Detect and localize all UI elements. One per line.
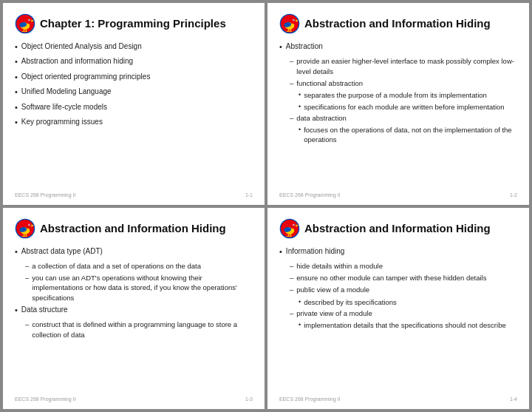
bullet-text: Unified Modeling Language — [21, 87, 112, 98]
bullet-text: construct that is defined within a progr… — [32, 320, 253, 340]
slide-1: Chapter 1: Programming PrinciplesObject … — [3, 3, 265, 205]
footer-right: 1-2 — [510, 192, 517, 197]
bullet-item: you can use an ADT's operations without … — [25, 273, 253, 303]
bullet-text: Abstraction and information hiding — [21, 56, 133, 67]
slide-header: Abstraction and Information Hiding — [279, 218, 517, 239]
svg-point-27 — [290, 18, 296, 24]
bullet-item: construct that is defined within a progr… — [25, 320, 253, 340]
slide-title: Abstraction and Information Hiding — [40, 222, 226, 235]
slide-content: Abstractionprovide an easier higher-leve… — [279, 41, 517, 188]
bullet-item: focuses on the operations of data, not o… — [299, 125, 517, 145]
bullet-item: a collection of data and a set of operat… — [25, 261, 253, 271]
bullet-item: data abstraction — [290, 113, 517, 123]
bullet-text: Key programming issues — [21, 117, 103, 128]
svg-point-18 — [29, 19, 30, 20]
bullet-text: implementation details that the specific… — [304, 320, 506, 330]
svg-point-54 — [293, 224, 294, 225]
slide-2: Abstraction and Information HidingAbstra… — [267, 3, 529, 205]
slide-title: Chapter 1: Programming Principles — [40, 17, 226, 30]
slide-header: Abstraction and Information Hiding — [15, 218, 253, 239]
bullet-text: hide details within a module — [296, 261, 383, 271]
bullet-item: Information hiding — [279, 246, 517, 257]
svg-rect-45 — [26, 234, 27, 236]
bullet-item: provide an easier higher-level interface… — [290, 56, 517, 76]
bullet-text: Software life-cycle models — [21, 102, 107, 113]
ku-logo-icon — [279, 218, 300, 239]
svg-rect-21 — [26, 29, 27, 31]
slide-content: Information hidinghide details within a … — [279, 246, 517, 393]
bullet-item: separates the purpose of a module from i… — [299, 90, 517, 100]
svg-rect-32 — [288, 29, 289, 31]
footer-right: 1-1 — [245, 192, 253, 197]
svg-rect-58 — [287, 235, 290, 236]
bullet-text: a collection of data and a set of operat… — [32, 261, 201, 271]
bullet-text: Object Oriented Analysis and Design — [21, 41, 142, 53]
bullet-text: Object oriented programming principles — [21, 72, 151, 83]
svg-rect-34 — [287, 31, 290, 32]
svg-point-15 — [25, 18, 31, 24]
bullet-item: Abstract data type (ADT) — [15, 246, 253, 257]
bullet-text: ensure no other module can tamper with t… — [296, 273, 486, 283]
slide-content: Abstract data type (ADT)a collection of … — [15, 246, 253, 393]
bullet-item: Key programming issues — [15, 117, 253, 128]
svg-rect-35 — [289, 31, 292, 32]
slide-footer: EECS 268 Programming II1-1 — [15, 192, 253, 197]
bullet-item: Abstraction and information hiding — [15, 56, 253, 67]
bullet-item: public view of a module — [290, 285, 517, 294]
svg-point-51 — [290, 222, 296, 228]
svg-rect-57 — [290, 234, 291, 236]
slide-4: Abstraction and Information HidingInform… — [267, 208, 529, 410]
bullet-item: implementation details that the specific… — [299, 320, 517, 330]
bullet-item: ensure no other module can tamper with t… — [290, 273, 517, 283]
bullet-text: data abstraction — [296, 113, 347, 123]
svg-rect-33 — [290, 29, 291, 31]
bullet-item: Object Oriented Analysis and Design — [15, 41, 253, 53]
svg-point-42 — [29, 224, 30, 225]
svg-rect-56 — [288, 234, 289, 236]
bullet-item: functional abstraction — [290, 78, 517, 88]
ku-logo-icon — [15, 13, 35, 34]
bullet-text: specifications for each module are writt… — [304, 102, 504, 112]
slide-header: Abstraction and Information Hiding — [279, 13, 517, 34]
bullet-text: separates the purpose of a module from i… — [304, 90, 487, 100]
footer-left: EECS 268 Programming II — [279, 396, 340, 402]
bullet-text: focuses on the operations of data, not o… — [304, 125, 517, 145]
bullet-text: Data structure — [21, 305, 68, 316]
bullet-item: described by its specifications — [299, 297, 517, 307]
bullet-text: described by its specifications — [304, 297, 397, 307]
svg-rect-22 — [22, 31, 25, 32]
footer-right: 1-4 — [510, 396, 517, 402]
bullet-item: Unified Modeling Language — [15, 87, 253, 98]
bullet-text: functional abstraction — [296, 78, 363, 88]
bullet-text: provide an easier higher-level interface… — [296, 56, 517, 76]
bullet-text: you can use an ADT's operations without … — [32, 273, 253, 303]
bullet-text: private view of a module — [296, 308, 372, 318]
bullet-item: Data structure — [15, 305, 253, 316]
slide-header: Chapter 1: Programming Principles — [15, 13, 253, 34]
svg-rect-47 — [24, 235, 27, 236]
bullet-item: private view of a module — [290, 308, 517, 318]
bullet-item: hide details within a module — [290, 261, 517, 271]
bullet-item: specifications for each module are writt… — [299, 102, 517, 112]
svg-point-39 — [25, 222, 31, 228]
ku-logo-icon — [279, 13, 300, 34]
bullet-text: Abstraction — [286, 41, 323, 53]
footer-right: 1-3 — [245, 396, 253, 402]
svg-rect-44 — [24, 234, 24, 236]
bullet-item: Object oriented programming principles — [15, 72, 253, 83]
slide-footer: EECS 268 Programming II1-3 — [15, 396, 253, 402]
bullet-item: Software life-cycle models — [15, 102, 253, 113]
ku-logo-icon — [15, 218, 35, 239]
bullet-text: Information hiding — [286, 246, 345, 257]
footer-left: EECS 268 Programming II — [15, 396, 75, 402]
slide-3: Abstraction and Information HidingAbstra… — [3, 208, 265, 410]
slide-content: Object Oriented Analysis and DesignAbstr… — [15, 41, 253, 188]
slide-title: Abstraction and Information Hiding — [304, 222, 491, 235]
slide-footer: EECS 268 Programming II1-4 — [279, 396, 517, 402]
bullet-text: public view of a module — [296, 285, 369, 294]
svg-rect-23 — [24, 31, 27, 32]
bullet-text: Abstract data type (ADT) — [21, 246, 103, 257]
svg-point-30 — [293, 19, 294, 20]
footer-left: EECS 268 Programming II — [15, 192, 75, 197]
svg-rect-20 — [24, 29, 24, 31]
